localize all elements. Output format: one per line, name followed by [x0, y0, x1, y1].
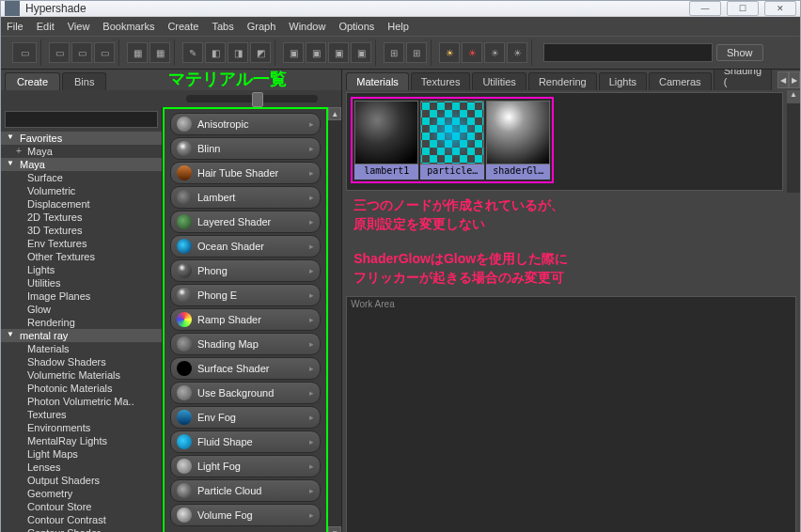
toolbar-button[interactable]: ◧	[205, 42, 226, 63]
tree-filter-input[interactable]	[5, 111, 158, 128]
toolbar-button[interactable]: ⊞	[406, 42, 427, 63]
tree-item[interactable]: Volumetric	[1, 184, 162, 197]
tree-item[interactable]: Displacement	[1, 197, 162, 211]
material-scrollbar[interactable]: ▲ ▼	[328, 107, 341, 532]
material-item[interactable]: Use Background▸	[170, 382, 321, 404]
toolbar-button[interactable]: ▣	[351, 42, 371, 63]
tab-bins[interactable]: Bins	[62, 72, 106, 90]
tree-item[interactable]: Materials	[1, 342, 162, 355]
tab-utilities[interactable]: Utilities	[472, 72, 526, 90]
show-button[interactable]: Show	[716, 44, 763, 61]
material-item[interactable]: Anisotropic▸	[170, 113, 321, 135]
material-list[interactable]: Anisotropic▸Blinn▸Hair Tube Shader▸Lambe…	[166, 111, 324, 532]
tree-item[interactable]: Lenses	[1, 461, 162, 474]
tree-item[interactable]: Image Planes	[1, 289, 162, 303]
menu-options[interactable]: Options	[338, 21, 374, 32]
tree-item[interactable]: Other Textures	[1, 250, 162, 263]
tab-cameras[interactable]: Cameras	[649, 72, 712, 90]
toolbar-button[interactable]: ▣	[306, 42, 326, 63]
tree-item[interactable]: MentalRay Lights	[1, 434, 162, 447]
toolbar-button[interactable]: ⊞	[384, 42, 404, 63]
toolbar-button[interactable]: ◨	[228, 42, 248, 63]
tree-item[interactable]: Env Textures	[1, 237, 162, 250]
tree-item[interactable]: Maya	[1, 145, 162, 158]
material-item[interactable]: Fluid Shape▸	[170, 430, 321, 453]
toolbar-search-input[interactable]	[543, 43, 713, 62]
tree-item[interactable]: Maya	[1, 158, 162, 171]
toolbar-button[interactable]: ✎	[182, 42, 203, 63]
toolbar-button[interactable]: ▭	[12, 42, 37, 63]
tab-shading[interactable]: Shading (	[714, 70, 772, 90]
toolbar-button[interactable]: ☀	[484, 42, 505, 63]
work-area[interactable]: Work Area	[346, 296, 796, 532]
tree-item[interactable]: Surface	[1, 171, 162, 184]
tree-item[interactable]: Geometry	[1, 487, 162, 500]
toolbar-button[interactable]: ☀	[462, 42, 482, 63]
menu-file[interactable]: File	[7, 21, 24, 32]
tree-item[interactable]: Glow	[1, 303, 162, 316]
tab-scroll-right-icon[interactable]: ▶	[789, 71, 800, 88]
close-button[interactable]: ✕	[764, 1, 796, 16]
tree-item[interactable]: Volumetric Materials	[1, 368, 162, 382]
node-panel-scrollbar[interactable]: ▲	[787, 90, 800, 193]
tree-item[interactable]: Contour Store	[1, 500, 162, 513]
material-item[interactable]: Ocean Shader▸	[170, 235, 321, 258]
shader-node[interactable]: shaderGl…	[486, 101, 550, 180]
scroll-up-icon[interactable]: ▲	[328, 107, 341, 120]
material-item[interactable]: Particle Cloud▸	[170, 479, 321, 502]
material-item[interactable]: Env Fog▸	[170, 406, 321, 429]
material-item[interactable]: Ramp Shader▸	[170, 308, 321, 331]
tree-item[interactable]: mental ray	[1, 329, 162, 342]
toolbar-button[interactable]: ▭	[94, 42, 115, 63]
tab-rendering[interactable]: Rendering	[528, 72, 597, 90]
toolbar-button[interactable]: ▦	[149, 42, 170, 63]
material-item[interactable]: Surface Shader▸	[170, 357, 321, 380]
shader-node[interactable]: lambert1	[354, 101, 418, 180]
material-item[interactable]: Phong▸	[170, 259, 321, 282]
toolbar-button[interactable]: ▭	[49, 42, 70, 63]
tree-item[interactable]: Utilities	[1, 276, 162, 289]
menu-view[interactable]: View	[68, 21, 90, 32]
tab-materials[interactable]: Materials	[346, 72, 409, 90]
tab-create[interactable]: Create	[5, 72, 60, 90]
tree-item[interactable]: Output Shaders	[1, 474, 162, 487]
scroll-down-icon[interactable]: ▼	[328, 526, 341, 532]
shader-node[interactable]: particle…	[420, 101, 484, 180]
tree-item[interactable]: Photonic Materials	[1, 382, 162, 395]
tree-item[interactable]: Photon Volumetric Ma..	[1, 395, 162, 408]
material-item[interactable]: Light Fog▸	[170, 455, 321, 477]
tab-scroll-left-icon[interactable]: ◀	[777, 71, 789, 88]
preview-size-slider[interactable]	[186, 95, 318, 102]
material-item[interactable]: Hair Tube Shader▸	[170, 162, 321, 184]
tree-item[interactable]: Textures	[1, 408, 162, 421]
tab-lights[interactable]: Lights	[599, 72, 647, 90]
minimize-button[interactable]: —	[689, 1, 721, 16]
toolbar-button[interactable]: ▣	[328, 42, 349, 63]
material-item[interactable]: Phong E▸	[170, 284, 321, 306]
scroll-up-icon[interactable]: ▲	[787, 90, 800, 103]
tree-item[interactable]: 2D Textures	[1, 211, 162, 224]
toolbar-button[interactable]: ▦	[127, 42, 148, 63]
menu-tabs[interactable]: Tabs	[212, 21, 233, 32]
maximize-button[interactable]: ☐	[727, 1, 759, 16]
tab-textures[interactable]: Textures	[411, 72, 471, 90]
tree-item[interactable]: Lights	[1, 263, 162, 276]
menu-help[interactable]: Help	[387, 21, 409, 32]
tree-item[interactable]: Light Maps	[1, 447, 162, 461]
material-item[interactable]: Shading Map▸	[170, 333, 321, 355]
toolbar-button[interactable]: ☀	[439, 42, 460, 63]
tree-item[interactable]: Favorites	[1, 132, 162, 145]
toolbar-button[interactable]: ◩	[250, 42, 271, 63]
toolbar-button[interactable]: ☀	[507, 42, 527, 63]
tree-list[interactable]: FavoritesMayaMayaSurfaceVolumetricDispla…	[1, 132, 162, 532]
material-item[interactable]: Layered Shader▸	[170, 211, 321, 233]
material-item[interactable]: Blinn▸	[170, 137, 321, 160]
tree-item[interactable]: Environments	[1, 421, 162, 434]
tree-item[interactable]: Contour Contrast	[1, 513, 162, 526]
menu-bookmarks[interactable]: Bookmarks	[102, 21, 154, 32]
toolbar-button[interactable]: ▣	[283, 42, 304, 63]
menu-edit[interactable]: Edit	[37, 21, 55, 32]
tree-item[interactable]: Contour Shader	[1, 526, 162, 532]
tree-item[interactable]: Rendering	[1, 316, 162, 329]
tree-item[interactable]: Shadow Shaders	[1, 355, 162, 368]
